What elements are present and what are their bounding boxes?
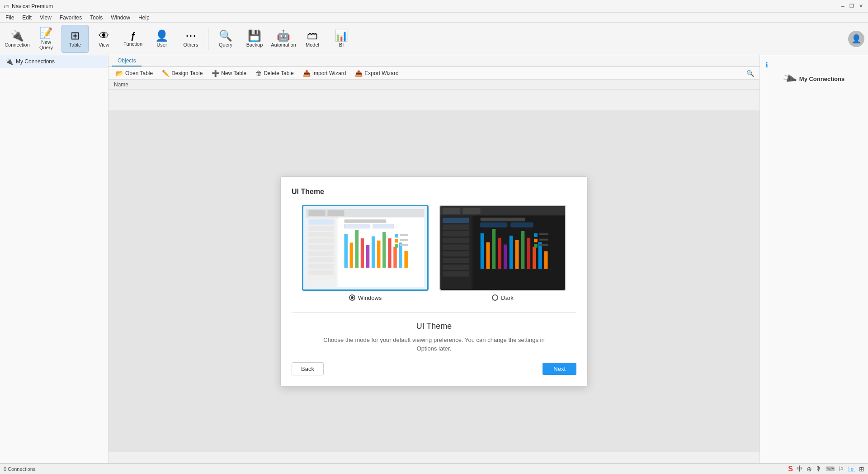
toolbar-automation[interactable]: 🤖 Automation [270, 25, 297, 53]
right-panel: ℹ 🔌 My Connections [760, 55, 868, 463]
svg-rect-1 [308, 210, 325, 216]
toolbar: 🔌 Connection 📝 New Query ⊞ Table 👁 View … [0, 23, 868, 55]
svg-rect-43 [443, 237, 469, 243]
theme-preview-windows [302, 205, 429, 291]
svg-rect-59 [515, 240, 519, 269]
svg-rect-50 [481, 218, 525, 221]
titlebar: 🗃 Navicat Premium ─ ❐ ✕ [0, 0, 868, 13]
statusbar-icon-6[interactable]: ⊞ [859, 465, 864, 473]
svg-rect-64 [544, 251, 548, 269]
open-table-icon: 📂 [116, 70, 123, 77]
menu-view[interactable]: View [36, 14, 55, 22]
svg-rect-16 [373, 224, 394, 228]
window-controls[interactable]: ─ ❐ ✕ [839, 3, 864, 10]
svg-rect-5 [308, 226, 334, 231]
restore-button[interactable]: ❐ [848, 3, 855, 10]
automation-label: Automation [271, 42, 296, 47]
delete-table-label: Delete Table [264, 70, 294, 76]
modal-title: UI Theme [292, 188, 576, 196]
svg-rect-58 [509, 235, 513, 269]
statusbar: 0 Connections S 中 ⊕ 🎙 ⌨ ⚐ 📧 ⊞ [0, 463, 868, 474]
btn-export-wizard[interactable]: 📤 Export Wizard [351, 69, 402, 78]
theme-preview-dark-inner [440, 206, 565, 290]
toolbar-separator [208, 28, 208, 50]
tab-objects[interactable]: Objects [112, 56, 142, 66]
close-button[interactable]: ✕ [857, 3, 864, 10]
sidebar-item-my-connections[interactable]: 🔌 My Connections [0, 55, 108, 68]
statusbar-icon-2[interactable]: 🎙 [816, 465, 822, 473]
theme-option-dark[interactable]: Dark [439, 205, 566, 301]
windows-radio[interactable] [349, 294, 355, 301]
statusbar-icon-1[interactable]: ⊕ [807, 465, 812, 473]
svg-rect-22 [372, 236, 375, 268]
toolbar-bi[interactable]: 📊 BI [328, 25, 355, 53]
dark-radio[interactable] [492, 294, 498, 301]
toolbar-others[interactable]: ⋯ Others [177, 25, 204, 53]
btn-import-wizard[interactable]: 📥 Import Wizard [299, 69, 350, 78]
menu-favorites[interactable]: Favorites [56, 14, 85, 22]
user-label: User [156, 42, 167, 47]
btn-new-table[interactable]: ➕ New Table [208, 69, 250, 78]
statusbar-icon-4[interactable]: ⚐ [838, 465, 844, 473]
statusbar-icon-3[interactable]: ⌨ [826, 465, 835, 473]
menu-help[interactable]: Help [135, 14, 153, 22]
minimize-button[interactable]: ─ [839, 3, 846, 10]
menubar: File Edit View Favorites Tools Window He… [0, 13, 868, 23]
menu-file[interactable]: File [2, 14, 18, 22]
next-button[interactable]: Next [542, 363, 576, 375]
info-icon[interactable]: ℹ [765, 61, 768, 69]
svg-rect-27 [399, 242, 402, 268]
menu-edit[interactable]: Edit [19, 14, 35, 22]
svg-rect-24 [382, 232, 386, 268]
toolbar-model[interactable]: 🗃 Model [299, 25, 326, 53]
theme-option-windows[interactable]: Windows [302, 205, 429, 301]
svg-rect-28 [404, 251, 407, 267]
toolbar-user[interactable]: 👤 User [148, 25, 175, 53]
svg-rect-21 [366, 245, 369, 268]
svg-rect-70 [534, 244, 538, 247]
windows-radio-label: Windows [349, 294, 382, 301]
toolbar-new-query[interactable]: 📝 New Query [33, 25, 60, 53]
btn-open-table[interactable]: 📂 Open Table [112, 69, 156, 78]
svg-rect-44 [443, 244, 469, 250]
content-area: Objects 📂 Open Table ✏️ Design Table ➕ N… [108, 55, 760, 463]
app-title: Navicat Premium [12, 3, 53, 9]
menu-window[interactable]: Window [107, 14, 134, 22]
svg-rect-45 [443, 251, 469, 256]
btn-delete-table[interactable]: 🗑 Delete Table [252, 69, 297, 78]
svg-rect-9 [308, 251, 334, 256]
svg-rect-67 [539, 233, 548, 235]
btn-design-table[interactable]: ✏️ Design Table [158, 69, 206, 78]
svg-rect-52 [511, 223, 533, 227]
toolbar-table[interactable]: ⊞ Table [61, 25, 89, 53]
toolbar-view[interactable]: 👁 View [90, 25, 118, 53]
svg-rect-69 [539, 238, 548, 240]
back-button[interactable]: Back [292, 362, 324, 375]
design-table-icon: ✏️ [162, 70, 170, 77]
view-icon: 👁 [99, 30, 109, 41]
toolbar-query[interactable]: 🔍 Query [212, 25, 239, 53]
function-label: Function [123, 41, 142, 47]
svg-rect-51 [481, 223, 507, 227]
statusbar-icon-zh: 中 [797, 465, 803, 473]
toolbar-connection[interactable]: 🔌 Connection [4, 25, 31, 53]
menu-tools[interactable]: Tools [86, 14, 106, 22]
toolbar-backup[interactable]: 💾 Backup [241, 25, 268, 53]
svg-rect-4 [308, 219, 334, 224]
objects-tabbar: Objects [108, 55, 760, 67]
svg-rect-54 [486, 242, 490, 269]
statusbar-icon-5[interactable]: 📧 [848, 465, 855, 473]
right-panel-top: ℹ [765, 61, 863, 69]
svg-rect-30 [395, 234, 398, 237]
statusbar-connections: 0 Connections [4, 466, 35, 472]
bi-label: BI [339, 42, 344, 47]
svg-rect-68 [534, 238, 538, 242]
search-button[interactable]: 🔍 [745, 69, 756, 78]
svg-rect-7 [308, 238, 334, 243]
my-connections-panel: 🔌 My Connections [783, 73, 844, 85]
dark-theme-svg [440, 206, 565, 290]
automation-icon: 🤖 [277, 30, 290, 41]
sidebar-item-label: My Connections [16, 58, 55, 65]
toolbar-function[interactable]: ƒ Function [119, 25, 146, 53]
theme-options: Windows [292, 205, 576, 301]
